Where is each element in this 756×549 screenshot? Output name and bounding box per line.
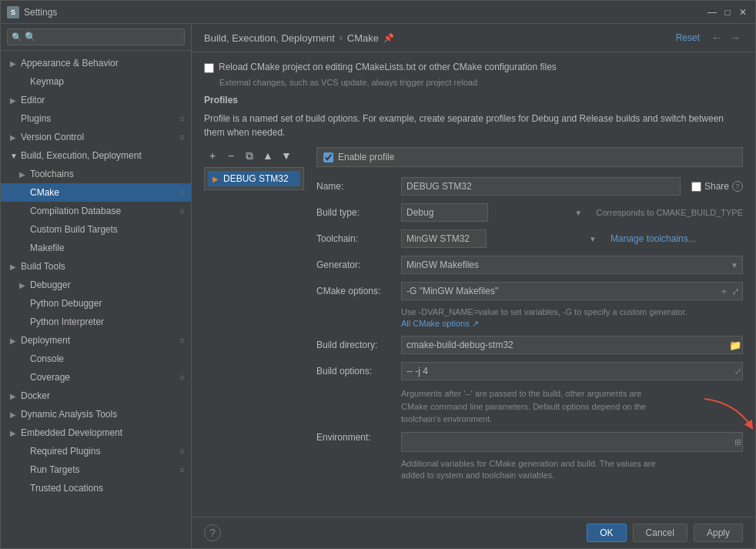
build-options-expand-button[interactable]: ⤢ xyxy=(734,367,741,377)
sidebar-item-version-control[interactable]: ▶ Version Control ≡ xyxy=(1,128,191,146)
sidebar-item-build-execution[interactable]: ▼ Build, Execution, Deployment xyxy=(1,146,191,165)
expand-arrow: ▶ xyxy=(10,59,18,68)
cmake-options-row: CMake options: + ⤢ xyxy=(316,281,743,301)
reload-checkbox-label: Reload CMake project on editing CMakeLis… xyxy=(219,62,557,72)
sidebar-item-label: Console xyxy=(30,353,185,364)
minimize-button[interactable]: — xyxy=(706,6,718,18)
sidebar-item-trusted-locations[interactable]: Trusted Locations xyxy=(1,479,191,497)
sidebar-item-debugger[interactable]: ▶ Debugger xyxy=(1,276,191,294)
sidebar-item-keymap[interactable]: Keymap xyxy=(1,72,191,91)
share-help-icon[interactable]: ? xyxy=(732,181,743,192)
generator-select[interactable]: MinGW Makefiles Unix Makefiles Ninja xyxy=(401,256,743,274)
manage-toolchains-link[interactable]: Manage toolchains... xyxy=(610,233,696,244)
settings-icon: ≡ xyxy=(180,447,185,456)
add-profile-button[interactable]: + xyxy=(204,147,221,164)
sidebar-item-plugins[interactable]: Plugins ≡ xyxy=(1,109,191,128)
sidebar-item-makefile[interactable]: Makefile xyxy=(1,239,191,257)
reset-button[interactable]: Reset xyxy=(676,32,700,43)
sidebar-item-python-debugger[interactable]: Python Debugger xyxy=(1,294,191,313)
build-options-hint-text: Arguments after '--' are passed to the b… xyxy=(401,387,743,426)
toolchain-label: Toolchain: xyxy=(316,233,401,244)
share-row: Share ? xyxy=(691,181,743,192)
environment-input[interactable] xyxy=(401,432,743,452)
cmake-options-input[interactable] xyxy=(401,282,743,300)
expand-arrow: ▶ xyxy=(10,429,18,437)
sidebar-item-label: Coverage xyxy=(30,372,180,383)
profile-item[interactable]: ▶ DEBUG STM32 xyxy=(208,171,300,186)
sidebar-item-dynamic-analysis[interactable]: ▶ Dynamic Analysis Tools xyxy=(1,405,191,423)
build-type-select[interactable]: Debug Release RelWithDebInfo MinSizeRel xyxy=(401,203,488,222)
reload-cmake-checkbox[interactable] xyxy=(204,63,214,73)
sidebar-item-coverage[interactable]: Coverage ≡ xyxy=(1,368,191,387)
sidebar-item-label: Build, Execution, Deployment xyxy=(21,150,185,161)
build-dir-browse-button[interactable]: 📁 xyxy=(729,340,741,351)
sidebar-item-label: Python Interpreter xyxy=(30,316,185,327)
sidebar-item-editor[interactable]: ▶ Editor xyxy=(1,91,191,109)
sidebar-item-toolchains[interactable]: ▶ Toolchains xyxy=(1,165,191,183)
sidebar-item-embedded-dev[interactable]: ▶ Embedded Development xyxy=(1,423,191,442)
sidebar-item-required-plugins[interactable]: Required Plugins ≡ xyxy=(1,442,191,460)
expand-arrow: ▶ xyxy=(10,96,18,105)
build-options-input[interactable] xyxy=(401,362,743,380)
copy-profile-button[interactable]: ⧉ xyxy=(241,147,258,164)
main-layout: 🔍 ▶ Appearance & Behavior Keymap ▶ xyxy=(1,24,755,548)
toolchain-select[interactable]: MinGW STM32 xyxy=(401,229,487,248)
ok-button[interactable]: OK xyxy=(587,524,626,542)
close-button[interactable]: ✕ xyxy=(737,6,749,18)
build-type-label: Build type: xyxy=(316,207,401,218)
move-down-button[interactable]: ▼ xyxy=(278,147,295,164)
sidebar-item-python-interpreter[interactable]: Python Interpreter xyxy=(1,313,191,331)
sidebar-item-build-tools[interactable]: ▶ Build Tools xyxy=(1,257,191,276)
remove-profile-button[interactable]: − xyxy=(222,147,239,164)
search-icon: 🔍 xyxy=(12,32,22,42)
main-content: Build, Execution, Deployment › CMake 📌 R… xyxy=(192,24,755,548)
cmake-options-link[interactable]: All CMake options ↗ xyxy=(401,319,479,328)
cmake-options-expand-button[interactable]: ⤢ xyxy=(730,284,741,299)
sidebar-item-console[interactable]: Console xyxy=(1,350,191,368)
back-button[interactable]: ← xyxy=(709,30,724,45)
enable-profile-checkbox[interactable] xyxy=(323,152,333,162)
expand-arrow: ▶ xyxy=(10,336,18,345)
breadcrumb-separator: › xyxy=(340,32,343,43)
sidebar-item-run-targets[interactable]: Run Targets ≡ xyxy=(1,460,191,479)
sidebar-item-compilation-db[interactable]: Compilation Database ≡ xyxy=(1,202,191,220)
cmake-options-buttons: + ⤢ xyxy=(719,284,741,299)
build-type-arrow-icon: ▼ xyxy=(574,209,582,217)
sidebar-item-deployment[interactable]: ▶ Deployment ≡ xyxy=(1,331,191,350)
reload-hint: External changes, such as VCS update, al… xyxy=(219,78,743,87)
profiles-and-form: + − ⧉ ▲ ▼ ▶ DEBUG STM32 xyxy=(204,147,743,487)
profile-toolbar: + − ⧉ ▲ ▼ xyxy=(204,147,304,164)
sidebar: 🔍 ▶ Appearance & Behavior Keymap ▶ xyxy=(1,24,192,548)
build-type-hint: Corresponds to CMAKE_BUILD_TYPE xyxy=(596,208,743,217)
sidebar-item-label: Required Plugins xyxy=(30,446,180,457)
cmake-options-add-button[interactable]: + xyxy=(719,284,728,299)
build-options-hint: Arguments after '--' are passed to the b… xyxy=(401,387,743,426)
reload-checkbox-row: Reload CMake project on editing CMakeLis… xyxy=(204,62,743,73)
share-checkbox[interactable] xyxy=(691,182,701,192)
sidebar-item-label: Appearance & Behavior xyxy=(21,58,185,69)
sidebar-item-label: Version Control xyxy=(21,132,180,142)
breadcrumb-parent: Build, Execution, Deployment xyxy=(204,32,335,44)
sidebar-item-label: Docker xyxy=(21,390,185,401)
build-options-label: Build options: xyxy=(316,366,401,377)
pin-icon: 📌 xyxy=(383,33,394,43)
cancel-button[interactable]: Cancel xyxy=(633,524,687,542)
settings-icon: ≡ xyxy=(180,114,185,123)
search-input[interactable] xyxy=(7,28,185,45)
sidebar-item-docker[interactable]: ▶ Docker xyxy=(1,387,191,405)
sidebar-item-cmake[interactable]: CMake ≡ xyxy=(1,183,191,202)
name-input[interactable] xyxy=(401,177,681,196)
move-up-button[interactable]: ▲ xyxy=(259,147,276,164)
help-button[interactable]: ? xyxy=(204,524,221,541)
apply-button[interactable]: Apply xyxy=(694,524,743,542)
sidebar-item-custom-build[interactable]: Custom Build Targets xyxy=(1,220,191,239)
sidebar-list: ▶ Appearance & Behavior Keymap ▶ Editor … xyxy=(1,51,191,548)
sidebar-item-label: Editor xyxy=(21,95,185,105)
build-dir-input[interactable] xyxy=(401,336,743,354)
maximize-button[interactable]: □ xyxy=(721,6,734,18)
title-bar: S Settings — □ ✕ xyxy=(1,1,755,24)
forward-button[interactable]: → xyxy=(728,30,743,45)
environment-edit-button[interactable]: ⊞ xyxy=(734,437,741,447)
sidebar-item-appearance[interactable]: ▶ Appearance & Behavior xyxy=(1,54,191,72)
expand-arrow: ▼ xyxy=(10,152,18,160)
